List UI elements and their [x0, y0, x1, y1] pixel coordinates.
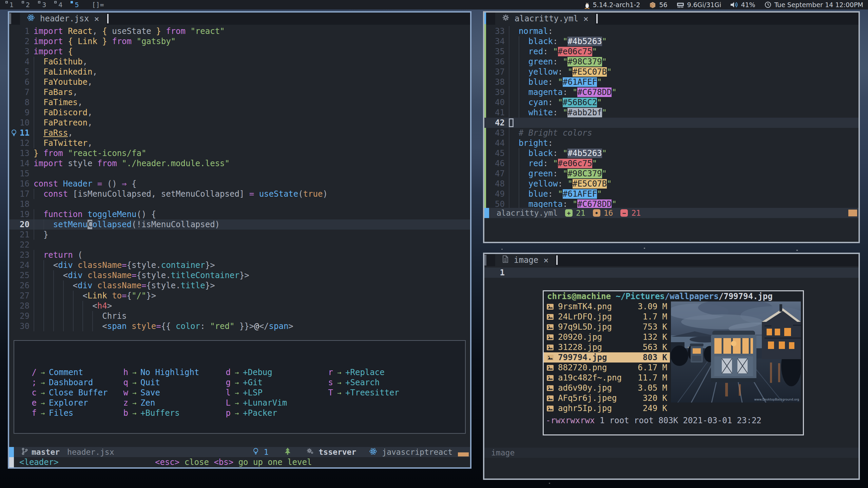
image-file-icon: [546, 395, 558, 402]
close-icon[interactable]: ×: [543, 255, 548, 265]
lsp-gears-icon: [307, 448, 314, 457]
line-number: 6: [19, 77, 30, 87]
indent-guide: [509, 26, 519, 36]
layout-indicator[interactable]: []=: [92, 1, 104, 9]
line-number: 47: [494, 169, 505, 179]
line-number: 37: [494, 67, 505, 77]
statusline-filename: header.jsx: [67, 448, 114, 456]
line-number: 4: [19, 57, 30, 67]
close-icon[interactable]: ×: [94, 14, 99, 24]
close-icon[interactable]: ×: [583, 14, 589, 24]
indent-guide: [82, 311, 92, 321]
code-line-25: 25<div className={style.titleContainer}>: [9, 270, 470, 280]
watermark: www.DesktopBackground.org: [754, 398, 799, 401]
file-row-799794.jpg[interactable]: 799794.jpg803 K: [544, 352, 670, 363]
terminal-prompt: chris@machine ~/Pictures/wallpapers/7997…: [544, 291, 803, 301]
line-number: 10: [19, 118, 30, 128]
file-preview-terminal: chris@machine ~/Pictures/wallpapers/7997…: [543, 290, 804, 435]
code-line-10: 10FaPatreon,: [9, 118, 470, 128]
scrollbar-thumb: [484, 13, 486, 24]
indent-guide: [34, 280, 43, 291]
image-file-icon: [546, 324, 558, 330]
keybinding-no-highlight: h→No Highlight: [121, 367, 199, 377]
desktop: 12345 []= 5.14.2-arch1-2569.6Gi/31Gi41%T…: [0, 0, 868, 488]
code-line-43: 43# Bright colors: [484, 128, 859, 138]
mode-indicator: [9, 447, 14, 457]
system-status: 5.14.2-arch1-2569.6Gi/31Gi41%Tue Septemb…: [584, 1, 863, 9]
diff-changed-icon: •: [593, 209, 600, 217]
mode-indicator: [484, 208, 489, 218]
status-memory: 9.6Gi/31Gi: [676, 1, 721, 8]
line-number: 41: [494, 108, 505, 118]
diff-removed-count: 21: [631, 209, 641, 217]
workspace-5[interactable]: 5: [70, 1, 79, 8]
indent-guide: [34, 57, 43, 67]
image-file-icon: [546, 365, 558, 371]
file-row-ad6v90y.jpg[interactable]: ad6v90y.jpg3.05 M: [544, 383, 670, 393]
file-row-31228.jpg[interactable]: 31228.jpg563 K: [544, 342, 670, 352]
code-buffer[interactable]: 1import React, { useState } from "react"…: [9, 25, 470, 331]
file-row-a19c482f~.png[interactable]: a19c482f~.png11.7 M: [544, 373, 670, 383]
code-line-46: 46red: "#e06c75": [484, 158, 859, 169]
code-line-33: 33normal:: [484, 26, 859, 36]
indent-guide: [34, 250, 43, 260]
tab-alacritty-yml[interactable]: alacritty.yml ×: [495, 13, 595, 25]
line-number: 21: [19, 230, 30, 240]
line-number: 36: [494, 57, 505, 67]
line-number: 15: [19, 169, 30, 179]
workspace-1[interactable]: 1: [5, 1, 14, 8]
status-volume: 41%: [730, 1, 755, 8]
file-row-AFq5r6j.jpeg[interactable]: AFq5r6j.jpeg320 K: [544, 393, 670, 403]
diff-added-icon: +: [565, 209, 573, 217]
tab-image[interactable]: image ×: [495, 254, 555, 266]
code-line-9: 9FaDiscord,: [9, 108, 470, 118]
indent-guide: [43, 270, 53, 280]
file-row-24LrDFQ.jpg[interactable]: 24LrDFQ.jpg1.7 M: [544, 312, 670, 322]
file-row-882720.png[interactable]: 882720.png6.17 M: [544, 363, 670, 373]
git-branch-icon: [21, 448, 28, 457]
file-row-9rsmTK4.png[interactable]: 9rsmTK4.png3.09 M: [544, 301, 670, 312]
indent-guide: [509, 77, 519, 87]
code-line-1: 1import React, { useState } from "react": [9, 26, 470, 36]
lsp-server: tsserver: [319, 448, 356, 456]
file-row-20920.jpg[interactable]: 20920.jpg132 K: [544, 332, 670, 342]
line-number: 34: [494, 36, 505, 46]
indent-guide: [34, 230, 43, 240]
image-file-icon: [546, 375, 558, 381]
code-line-26: 26<div className={style.title}>: [9, 280, 470, 291]
file-row-aghr5Ip.jpg[interactable]: aghr5Ip.jpg249 K: [544, 403, 670, 413]
image-file-icon: [546, 304, 558, 310]
tab-header-jsx[interactable]: header.jsx ×: [20, 13, 106, 25]
keybinding--replace: r→+Replace: [326, 367, 399, 377]
code-buffer[interactable]: 33normal:34black: "#4b5263"35red: "#e06c…: [484, 25, 859, 209]
indent-guide: [82, 301, 92, 311]
line-number: 24: [19, 260, 30, 270]
indent-guide: [53, 321, 63, 331]
workspace-3[interactable]: 3: [37, 1, 46, 8]
indent-guide: [34, 97, 43, 108]
workspace-4[interactable]: 4: [54, 1, 62, 8]
tabline-cursor: [556, 255, 558, 265]
code-line-23: 23return (: [9, 250, 470, 260]
tab-title: header.jsx: [40, 14, 89, 23]
editor-window-image: image × 1 chris@machine ~/Pictures/wallp…: [483, 253, 860, 480]
indent-guide: [34, 128, 43, 138]
code-buffer[interactable]: 1: [484, 266, 859, 278]
line-number: 33: [494, 26, 505, 36]
diff-added-count: 21: [576, 209, 585, 217]
line-number: 16: [19, 179, 30, 189]
code-line-36: 36green: "#98C379": [484, 57, 859, 67]
indent-guide: [73, 321, 83, 331]
line-number: 40: [494, 97, 505, 108]
indent-guide: [34, 321, 43, 331]
code-line-5: 5FaLinkedin,: [9, 67, 470, 77]
lightbulb-icon: [252, 447, 259, 457]
workspace-2[interactable]: 2: [21, 1, 30, 8]
indent-guide: [34, 67, 43, 77]
line-number: 11: [19, 128, 30, 138]
whichkey-popup: /→Comment;→Dashboardc→Close Buffere→Expl…: [14, 340, 466, 434]
file-row-97q9L5D.jpg[interactable]: 97q9L5D.jpg753 K: [544, 322, 670, 332]
code-line-30: 30<span style={{ color: "red" }}>@</span…: [9, 321, 470, 331]
indent-guide: [63, 280, 73, 291]
code-line-42: 42: [484, 118, 859, 128]
